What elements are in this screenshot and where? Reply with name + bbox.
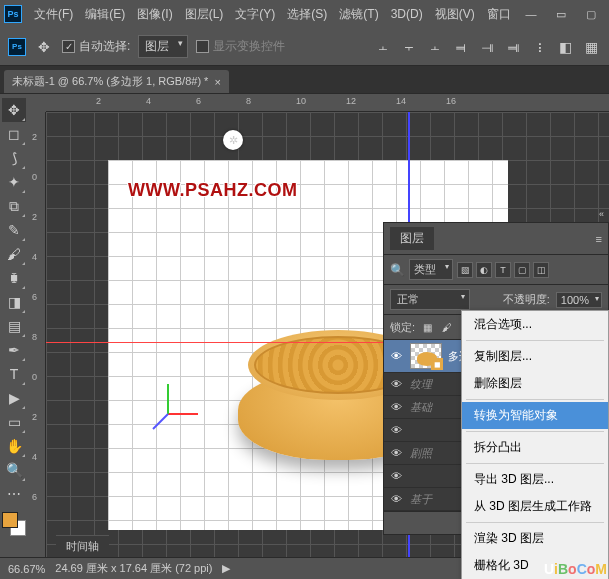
layer-thumbnail[interactable]: ◼	[410, 343, 442, 369]
timeline-panel-tab[interactable]: 时间轴	[56, 535, 109, 557]
layer-name[interactable]: 基础	[410, 400, 432, 415]
ctx-render-3d-layer[interactable]: 渲染 3D 图层	[462, 525, 608, 552]
filter-kind-dropdown[interactable]: 类型	[409, 259, 453, 280]
marquee-tool[interactable]: ◻	[2, 122, 26, 146]
panel-menu-icon[interactable]: ≡	[596, 233, 602, 245]
show-transform-checkbox[interactable]: 显示变换控件	[196, 38, 285, 55]
checkbox-icon	[196, 40, 209, 53]
maximize-inner-button[interactable]: ▭	[547, 4, 575, 24]
hand-tool[interactable]: ✋	[2, 434, 26, 458]
tools-panel: ✥ ◻ ⟆ ✦ ⧉ ✎ 🖌 ⧯ ◨ ▤ ✒ T ▶ ▭ ✋ 🔍 ⋯	[0, 94, 28, 557]
path-select-tool[interactable]: ▶	[2, 386, 26, 410]
type-tool[interactable]: T	[2, 362, 26, 386]
3d-mode-icon[interactable]: ◧	[555, 37, 575, 57]
menu-type[interactable]: 文字(Y)	[229, 6, 281, 23]
ctx-convert-smart-object[interactable]: 转换为智能对象	[462, 402, 608, 429]
visibility-icon[interactable]: 👁	[388, 376, 404, 392]
opacity-input[interactable]: 100%	[556, 292, 602, 308]
status-menu-icon[interactable]: ▶	[222, 562, 230, 575]
lock-transparency-icon[interactable]: ▦	[419, 319, 435, 335]
visibility-icon[interactable]: 👁	[388, 422, 404, 438]
align-vcenter-icon[interactable]: ⫟	[399, 37, 419, 57]
minimize-button[interactable]: —	[517, 4, 545, 24]
eraser-tool[interactable]: ◨	[2, 290, 26, 314]
blend-mode-dropdown[interactable]: 正常	[390, 289, 470, 310]
tool-preset-icon[interactable]: Ps	[8, 38, 26, 56]
shape-tool[interactable]: ▭	[2, 410, 26, 434]
close-tab-icon[interactable]: ×	[214, 76, 220, 88]
svg-line-2	[153, 414, 168, 429]
window-controls: — ▭ ▢	[517, 4, 605, 24]
visibility-icon[interactable]: 👁	[388, 468, 404, 484]
layer-name[interactable]: 纹理	[410, 377, 432, 392]
menu-view[interactable]: 视图(V)	[429, 6, 481, 23]
zoom-tool[interactable]: 🔍	[2, 458, 26, 482]
move-tool[interactable]: ✥	[2, 98, 26, 122]
separator	[466, 431, 604, 432]
filter-search-icon[interactable]: 🔍	[390, 263, 405, 277]
horizontal-ruler[interactable]: 2 4 6 8 10 12 14 16	[46, 94, 609, 112]
menu-3d[interactable]: 3D(D)	[385, 7, 429, 21]
menu-filter[interactable]: 滤镜(T)	[333, 6, 384, 23]
document-dimensions[interactable]: 24.69 厘米 x 17.64 厘米 (72 ppi)	[55, 561, 212, 576]
menu-select[interactable]: 选择(S)	[281, 6, 333, 23]
color-swatches[interactable]	[2, 512, 26, 536]
lock-label: 锁定:	[390, 320, 415, 335]
lasso-tool[interactable]: ⟆	[2, 146, 26, 170]
filter-pixel-icon[interactable]: ▧	[457, 262, 473, 278]
align-hcenter-icon[interactable]: ⫣	[477, 37, 497, 57]
layer-context-menu: 混合选项... 复制图层... 删除图层 转换为智能对象 拆分凸出 导出 3D …	[461, 310, 609, 579]
workspace-icon[interactable]: ▦	[581, 37, 601, 57]
pen-tool[interactable]: ✒	[2, 338, 26, 362]
document-tab-bar: 未标题-1 @ 66.7% (多边形 1, RGB/8#) * ×	[0, 66, 609, 94]
align-left-icon[interactable]: ⫤	[451, 37, 471, 57]
maximize-button[interactable]: ▢	[577, 4, 605, 24]
gradient-tool[interactable]: ▤	[2, 314, 26, 338]
document-tab[interactable]: 未标题-1 @ 66.7% (多边形 1, RGB/8#) * ×	[4, 70, 229, 93]
vertical-ruler[interactable]: 2 0 2 4 6 8 0 2 4 6	[28, 112, 46, 557]
visibility-icon[interactable]: 👁	[388, 348, 404, 364]
edit-toolbar[interactable]: ⋯	[2, 482, 26, 506]
layer-name[interactable]: 基于	[410, 492, 432, 507]
visibility-icon[interactable]: 👁	[388, 399, 404, 415]
filter-adjustment-icon[interactable]: ◐	[476, 262, 492, 278]
visibility-icon[interactable]: 👁	[388, 491, 404, 507]
filter-type-icon[interactable]: T	[495, 262, 511, 278]
eyedropper-tool[interactable]: ✎	[2, 218, 26, 242]
3d-pivot-icon[interactable]: ✲	[223, 130, 243, 150]
distribute-icon[interactable]: ⫶	[529, 37, 549, 57]
layers-panel-tab[interactable]: 图层	[390, 227, 434, 250]
layer-name[interactable]: 剧照	[410, 446, 432, 461]
auto-select-label: 自动选择:	[79, 38, 130, 55]
filter-smart-icon[interactable]: ◫	[533, 262, 549, 278]
foreground-color-swatch[interactable]	[2, 512, 18, 528]
zoom-level[interactable]: 66.67%	[8, 563, 45, 575]
menu-edit[interactable]: 编辑(E)	[79, 6, 131, 23]
ctx-split-extrude[interactable]: 拆分凸出	[462, 434, 608, 461]
collapse-panel-icon[interactable]: «	[599, 209, 604, 219]
ctx-export-3d-layer[interactable]: 导出 3D 图层...	[462, 466, 608, 493]
align-top-icon[interactable]: ⫠	[373, 37, 393, 57]
menu-file[interactable]: 文件(F)	[28, 6, 79, 23]
stamp-tool[interactable]: ⧯	[2, 266, 26, 290]
menu-window[interactable]: 窗口	[481, 6, 517, 23]
auto-select-target-dropdown[interactable]: 图层	[138, 35, 188, 58]
auto-select-checkbox[interactable]: ✓ 自动选择:	[62, 38, 130, 55]
brush-tool[interactable]: 🖌	[2, 242, 26, 266]
ctx-delete-layer[interactable]: 删除图层	[462, 370, 608, 397]
lock-pixels-icon[interactable]: 🖌	[439, 319, 455, 335]
ctx-create-3d-workspace[interactable]: 从 3D 图层生成工作路	[462, 493, 608, 520]
filter-shape-icon[interactable]: ▢	[514, 262, 530, 278]
visibility-icon[interactable]: 👁	[388, 445, 404, 461]
3d-axis-gizmo[interactable]	[148, 374, 208, 437]
menu-layer[interactable]: 图层(L)	[179, 6, 230, 23]
align-bottom-icon[interactable]: ⫠	[425, 37, 445, 57]
menu-image[interactable]: 图像(I)	[131, 6, 178, 23]
ruler-origin[interactable]	[28, 94, 46, 112]
ctx-copy-layer[interactable]: 复制图层...	[462, 343, 608, 370]
crop-tool[interactable]: ⧉	[2, 194, 26, 218]
magic-wand-tool[interactable]: ✦	[2, 170, 26, 194]
document-title: 未标题-1 @ 66.7% (多边形 1, RGB/8#) *	[12, 74, 208, 89]
ctx-blend-options[interactable]: 混合选项...	[462, 311, 608, 338]
align-right-icon[interactable]: ⫥	[503, 37, 523, 57]
